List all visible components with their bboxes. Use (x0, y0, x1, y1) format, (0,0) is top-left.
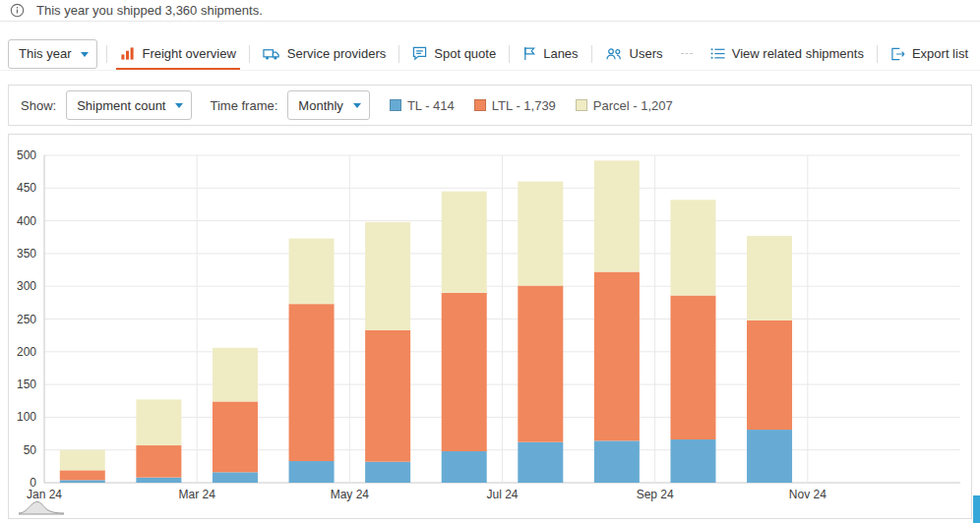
info-icon (10, 3, 25, 18)
legend-label: Parcel - 1,207 (593, 98, 673, 113)
bar-chart-icon (120, 46, 135, 61)
svg-text:50: 50 (24, 443, 37, 457)
export-icon (890, 47, 905, 61)
show-select-value: Shipment count (77, 98, 165, 113)
legend-item-tl[interactable]: TL - 414 (390, 98, 455, 113)
svg-text:450: 450 (17, 181, 36, 195)
chart-legend: TL - 414 LTL - 1,739 Parcel - 1,207 (390, 98, 673, 113)
period-select[interactable]: This year (8, 39, 97, 69)
export-list-button[interactable]: Export list (887, 37, 972, 71)
legend-label: LTL - 1,739 (492, 98, 556, 113)
tab-label: Freight overview (142, 46, 235, 61)
svg-text:Mar 24: Mar 24 (178, 488, 215, 501)
svg-text:400: 400 (17, 214, 36, 228)
users-icon (605, 47, 623, 61)
tab-spot-quote[interactable]: Spot quote (408, 37, 500, 71)
tl-swatch (390, 99, 401, 111)
svg-text:May 24: May 24 (331, 488, 370, 501)
toolbar: This year Freight overview Service provi… (0, 37, 980, 71)
tab-label: Users (630, 46, 663, 61)
svg-text:Sep 24: Sep 24 (637, 488, 674, 501)
tab-users[interactable]: Users (601, 37, 667, 71)
info-bar: This year you shipped 3,360 shipments. (0, 0, 980, 22)
scrollbar-thumb[interactable] (973, 495, 980, 523)
svg-text:250: 250 (17, 313, 36, 326)
svg-text:100: 100 (17, 410, 36, 424)
separator (398, 45, 399, 63)
tab-service-providers[interactable]: Service providers (259, 37, 390, 71)
time-frame-select[interactable]: Monthly (287, 90, 370, 120)
separator (591, 45, 592, 63)
action-label: View related shipments (732, 46, 864, 61)
svg-text:150: 150 (17, 378, 36, 391)
separator (509, 45, 510, 63)
chevron-down-icon (353, 103, 361, 108)
period-select-value: This year (19, 46, 71, 61)
list-icon (710, 47, 725, 60)
svg-text:350: 350 (17, 247, 36, 261)
view-related-shipments-button[interactable]: View related shipments (706, 37, 868, 71)
parcel-swatch (576, 99, 587, 111)
legend-label: TL - 414 (407, 98, 455, 113)
legend-item-ltl[interactable]: LTL - 1,739 (474, 98, 556, 113)
chart-navigator[interactable] (19, 498, 64, 518)
freight-chart-svg[interactable]: 050100150200250300350400450500Jan 24Mar … (9, 135, 971, 518)
chevron-down-icon (81, 52, 89, 57)
info-message: This year you shipped 3,360 shipments. (36, 3, 263, 18)
time-frame-label: Time frame: (210, 98, 277, 113)
tab-lanes[interactable]: Lanes (519, 37, 582, 71)
legend-item-parcel[interactable]: Parcel - 1,207 (576, 98, 673, 113)
show-select[interactable]: Shipment count (66, 90, 192, 120)
separator (249, 45, 250, 63)
tab-freight-overview[interactable]: Freight overview (116, 37, 239, 71)
svg-text:Nov 24: Nov 24 (789, 488, 827, 501)
dashed-separator (681, 53, 693, 54)
ltl-swatch (474, 99, 486, 111)
freight-chart-panel: 050100150200250300350400450500Jan 24Mar … (8, 134, 972, 519)
tab-label: Spot quote (434, 46, 496, 61)
svg-text:500: 500 (17, 148, 36, 162)
time-frame-select-value: Monthly (298, 98, 343, 113)
tab-label: Lanes (543, 46, 578, 61)
show-label: Show: (21, 98, 56, 113)
svg-text:200: 200 (17, 345, 36, 359)
truck-icon (263, 47, 280, 61)
svg-text:300: 300 (17, 279, 36, 293)
filter-bar: Show: Shipment count Time frame: Monthly… (8, 85, 972, 126)
separator (877, 45, 878, 63)
svg-text:Jul 24: Jul 24 (486, 488, 518, 501)
quote-bubble-icon (412, 46, 427, 61)
chevron-down-icon (175, 103, 183, 108)
flag-icon (522, 46, 536, 61)
separator (106, 45, 107, 63)
tab-label: Service providers (287, 46, 386, 61)
action-label: Export list (912, 46, 968, 61)
